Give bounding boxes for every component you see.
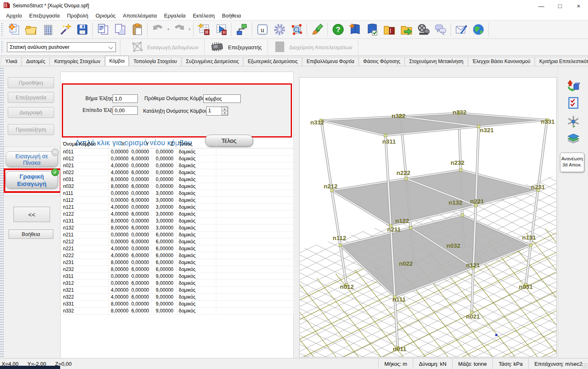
table-row[interactable]: n1328,000006,000003,00000δομικός bbox=[61, 224, 293, 231]
table-row[interactable]: n0328,000006,000000,00000δομικός bbox=[61, 183, 293, 190]
snap-level-input[interactable]: 0,00 bbox=[113, 106, 138, 115]
wizard-button[interactable] bbox=[57, 22, 74, 37]
table-input-button[interactable]: Εισαγωγή σε Πίνακα .. bbox=[6, 151, 58, 167]
column-header[interactable]: X bbox=[108, 140, 127, 148]
graphic-input-button[interactable]: Γραφική Εισαγωγή ✓ bbox=[6, 171, 58, 188]
table-row[interactable]: n2120,000006,000006,00000δομικός bbox=[61, 238, 293, 245]
tab-Εξωτερικές Δεσμεύσεις[interactable]: Εξωτερικές Δεσμεύσεις bbox=[243, 57, 302, 66]
collapse-panel-button[interactable]: << bbox=[13, 207, 50, 222]
table-row[interactable]: n0318,000000,000000,00000δομικός bbox=[61, 176, 293, 183]
view-transform-icon[interactable] bbox=[566, 79, 581, 93]
forum-button[interactable] bbox=[432, 22, 449, 37]
table-row[interactable]: n2110,000000,000006,00000δομικός bbox=[61, 231, 293, 238]
table-row[interactable]: n3224,000006,000009,00000δομικός bbox=[61, 293, 293, 300]
menu-item-2[interactable]: Προβολή bbox=[63, 12, 92, 20]
email-button[interactable] bbox=[453, 22, 470, 37]
new-project-button[interactable] bbox=[5, 22, 22, 37]
processor-button[interactable]: Επεξεργαστής bbox=[205, 39, 268, 55]
tab-Φάσεις Φόρτισης[interactable]: Φάσεις Φόρτισης bbox=[359, 57, 405, 66]
menu-item-7[interactable]: Βοήθεια bbox=[218, 12, 245, 20]
undo-button[interactable] bbox=[149, 22, 166, 37]
table-row[interactable]: n0224,000006,000000,00000δομικός bbox=[61, 169, 293, 176]
table-row[interactable]: n0110,000000,000000,00000δομικός bbox=[61, 148, 293, 155]
settings-button[interactable] bbox=[271, 22, 288, 37]
tab-Επιβαλλόμενα Φορτία[interactable]: Επιβαλλόμενα Φορτία bbox=[302, 57, 359, 66]
table-row[interactable]: n3110,000000,000009,00000δομικός bbox=[61, 273, 293, 279]
table-row[interactable]: n2328,000006,000006,00000δομικός bbox=[61, 266, 293, 273]
tab-Τοπολογία Στοιχείου[interactable]: Τοπολογία Στοιχείου bbox=[129, 57, 181, 66]
analysis-type-select[interactable]: Στατική ανάλυση pushover bbox=[7, 42, 116, 52]
table-row[interactable]: n0214,000000,000000,00000δομικός bbox=[61, 162, 293, 169]
table-row[interactable]: n2318,000000,000006,00000δομικός bbox=[61, 259, 293, 266]
column-header[interactable]: Z bbox=[152, 140, 176, 148]
run-table-button[interactable] bbox=[212, 22, 229, 37]
minimize-button[interactable]: — bbox=[532, 0, 551, 11]
axes-3d-icon[interactable] bbox=[566, 114, 581, 129]
copy-document-button[interactable] bbox=[94, 22, 111, 37]
table-row[interactable]: n3214,000000,000009,00000δομικός bbox=[61, 286, 293, 293]
snap-step-input[interactable]: 1,0 bbox=[113, 94, 138, 103]
refresh-3d-button[interactable]: Ανανέωση 3d Απεικ. bbox=[560, 153, 584, 172]
checklist-icon[interactable] bbox=[566, 96, 581, 110]
tab-Κριτήρια Επιτελεστικότητας[interactable]: Κριτήρια Επιτελεστικότητας bbox=[535, 57, 588, 66]
tab-Κόμβοι[interactable]: Κόμβοι bbox=[105, 56, 129, 66]
layers-icon[interactable] bbox=[566, 131, 581, 146]
menu-item-4[interactable]: Αποτελέσματα bbox=[119, 12, 160, 20]
stepper-down-icon[interactable]: ▼ bbox=[222, 111, 228, 115]
redo-button[interactable] bbox=[170, 22, 187, 37]
units-button[interactable]: u bbox=[254, 22, 271, 37]
tab-Στοχευόμενη Μετακίνηση[interactable]: Στοχευόμενη Μετακίνηση bbox=[405, 57, 468, 66]
3d-viewport[interactable]: n332n322n312n331n321n311n232n222n212n231… bbox=[297, 68, 558, 358]
panel-drag-gutter[interactable] bbox=[0, 67, 4, 357]
table-row[interactable]: n1318,000000,000003,00000δομικός bbox=[61, 217, 293, 224]
menu-item-1[interactable]: Επεξεργασία bbox=[26, 12, 63, 20]
building-modeller-button[interactable] bbox=[39, 22, 57, 37]
bibliography-folder-button[interactable] bbox=[381, 22, 398, 37]
tab-Διατομές[interactable]: Διατομές bbox=[22, 57, 50, 66]
table-row[interactable]: n1214,000000,000003,00000δομικός bbox=[61, 203, 293, 210]
help-button[interactable]: ? bbox=[329, 22, 346, 37]
table-row[interactable]: n3318,000000,000009,00000δομικός bbox=[61, 300, 293, 307]
tab-Υλικά[interactable]: Υλικά bbox=[1, 57, 22, 66]
table-modeller-button[interactable] bbox=[195, 22, 212, 37]
model-viewer-button[interactable] bbox=[288, 22, 305, 37]
menu-item-5[interactable]: Εργαλεία bbox=[161, 12, 189, 20]
stepper-up-icon[interactable]: ▲ bbox=[222, 107, 228, 111]
duplicate-document-button[interactable] bbox=[111, 22, 128, 37]
menu-item-3[interactable]: Ορισμός bbox=[92, 12, 119, 20]
resize-grip[interactable] bbox=[582, 363, 587, 368]
column-header[interactable]: Τύπος bbox=[176, 140, 216, 148]
node-prefix-input[interactable]: κόμβος bbox=[203, 94, 241, 103]
menu-item-6[interactable]: Εκτέλεση bbox=[189, 12, 218, 20]
menu-item-0[interactable]: Αρχείο bbox=[2, 12, 26, 20]
paste-button[interactable] bbox=[128, 22, 146, 37]
connectivity-button[interactable] bbox=[233, 22, 250, 37]
table-row[interactable]: n1120,000006,000003,00000δομικός bbox=[61, 197, 293, 203]
save-button[interactable] bbox=[74, 22, 91, 37]
table-row[interactable]: n2214,000000,000006,00000δομικός bbox=[61, 245, 293, 252]
maximize-button[interactable]: □ bbox=[551, 0, 569, 11]
node-suffix-stepper[interactable]: 1 ▲ ▼ bbox=[206, 107, 228, 116]
column-header[interactable]: Όνομα Κόμβου bbox=[61, 140, 108, 148]
format-brush-button[interactable] bbox=[309, 22, 326, 37]
table-row[interactable]: n2224,000006,000006,00000δομικός bbox=[61, 252, 293, 259]
table-row[interactable]: n3328,000006,000009,00000δομικός bbox=[61, 307, 293, 314]
column-header[interactable]: Y bbox=[127, 140, 152, 148]
tab-Κατηγορίες Στοιχείων[interactable]: Κατηγορίες Στοιχείων bbox=[50, 57, 105, 66]
open-project-button[interactable] bbox=[22, 22, 39, 37]
tab-Συζευγμένες Δεσμεύσεις[interactable]: Συζευγμένες Δεσμεύσεις bbox=[181, 57, 243, 66]
table-row[interactable]: n3120,000006,000009,00000δομικός bbox=[61, 279, 293, 286]
undo-dropdown-icon[interactable]: ▼ bbox=[166, 28, 170, 31]
sidebar-help-button[interactable]: Βοήθεια bbox=[9, 229, 53, 239]
website-button[interactable] bbox=[470, 22, 487, 37]
table-row[interactable]: n0120,000006,000000,00000δομικός bbox=[61, 155, 293, 162]
table-row[interactable]: n1224,000006,000003,00000δομικός bbox=[61, 210, 293, 217]
table-row[interactable]: n1110,000000,000003,00000δομικός bbox=[61, 190, 293, 197]
tab-Έλεγχοι Βάσει Κανονισμού[interactable]: Έλεγχοι Βάσει Κανονισμού bbox=[468, 57, 535, 66]
videos-button[interactable] bbox=[415, 22, 432, 37]
export-folder-button[interactable] bbox=[398, 22, 415, 37]
new-manual-button[interactable] bbox=[346, 22, 364, 37]
verification-book-button[interactable] bbox=[364, 22, 381, 37]
redo-dropdown-icon[interactable]: ▼ bbox=[187, 28, 192, 31]
toolbar-gripper[interactable] bbox=[1, 41, 4, 54]
